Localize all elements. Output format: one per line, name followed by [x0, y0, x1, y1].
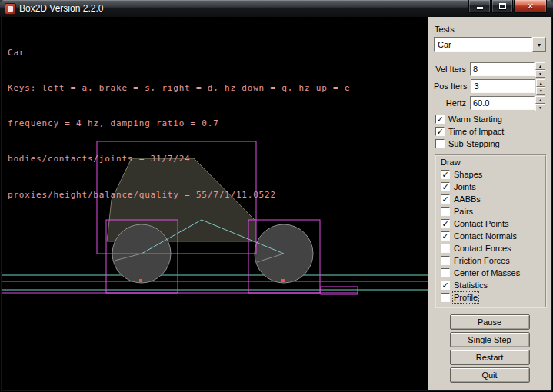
- close-button[interactable]: ✕: [514, 0, 547, 13]
- hertz-spinner: ▲ ▼: [535, 96, 545, 110]
- maximize-icon: [499, 3, 506, 9]
- center-of-masses-label: Center of Masses: [454, 268, 520, 277]
- aabbs-checkbox-box[interactable]: ✓: [441, 194, 450, 204]
- checkbox-pairs[interactable]: Pairs: [441, 205, 545, 218]
- restart-button[interactable]: Restart: [450, 350, 530, 365]
- vel-iters-spinner: ▲ ▼: [535, 62, 545, 76]
- hertz-input[interactable]: [470, 96, 535, 110]
- joints-label: Joints: [454, 182, 476, 191]
- aabbs-label: AABBs: [454, 194, 481, 204]
- checkbox-contact-points[interactable]: ✓ Contact Points: [441, 218, 545, 230]
- pos-iters-down-icon[interactable]: ▼: [536, 87, 545, 95]
- pairs-checkbox-box[interactable]: [441, 207, 450, 216]
- contact-forces-label: Contact Forces: [454, 244, 511, 253]
- checkbox-aabbs[interactable]: ✓ AABBs: [441, 193, 545, 205]
- contact-points-checkbox-box[interactable]: ✓: [441, 219, 450, 228]
- keys-help-line: Keys: left = a, brake = s, right = d, hz…: [8, 82, 350, 94]
- vel-iters-up-icon[interactable]: ▲: [535, 62, 545, 70]
- profile-checkbox-box[interactable]: [441, 293, 450, 302]
- titlebar[interactable]: Box2D Version 2.2.0 ✕: [0, 0, 553, 17]
- spinner-section: Vel Iters ▲ ▼ Pos Iters ▲ ▼ He: [434, 61, 545, 111]
- hertz-down-icon[interactable]: ▼: [535, 104, 545, 111]
- friction-forces-checkbox-box[interactable]: [441, 256, 450, 265]
- chevron-down-icon: ▼: [537, 42, 542, 48]
- frequency-line: frequency = 4 hz, damping ratio = 0.7: [8, 118, 350, 129]
- tests-label: Tests: [435, 25, 545, 34]
- pause-button[interactable]: Pause: [450, 314, 530, 330]
- contact-point: [281, 279, 285, 282]
- vel-iters-input[interactable]: [470, 62, 535, 76]
- time-of-impact-checkbox-box[interactable]: ✓: [435, 127, 445, 136]
- draw-group-title: Draw: [441, 158, 545, 167]
- contact-normals-checkbox-box[interactable]: ✓: [441, 231, 450, 241]
- checkbox-profile[interactable]: Profile: [441, 291, 545, 304]
- maximize-button[interactable]: [491, 0, 513, 13]
- window-title: Box2D Version 2.2.0: [19, 3, 103, 14]
- checkbox-contact-normals[interactable]: ✓ Contact Normals: [441, 230, 545, 242]
- pos-iters-input[interactable]: [471, 79, 535, 93]
- contact-points-label: Contact Points: [454, 219, 509, 228]
- statistics-checkbox-box[interactable]: ✓: [441, 281, 450, 290]
- stats-overlay: Car Keys: left = a, brake = s, right = d…: [8, 23, 350, 224]
- checkbox-contact-forces[interactable]: Contact Forces: [441, 242, 545, 254]
- client-area: Car Keys: left = a, brake = s, right = d…: [2, 17, 551, 390]
- hertz-row: Hertz ▲ ▼: [434, 95, 545, 111]
- tests-dropdown-value: Car: [434, 37, 532, 52]
- contact-normals-label: Contact Normals: [454, 231, 517, 241]
- sub-stepping-checkbox-box[interactable]: [435, 139, 445, 148]
- contact-forces-checkbox-box[interactable]: [441, 244, 450, 253]
- checkbox-statistics[interactable]: ✓ Statistics: [441, 279, 545, 291]
- friction-forces-label: Friction Forces: [454, 256, 510, 265]
- center-of-masses-checkbox-box[interactable]: [441, 268, 450, 277]
- hertz-up-icon[interactable]: ▲: [535, 96, 545, 104]
- app-icon: [5, 4, 15, 14]
- control-panel: Tests Car ▼ Vel Iters ▲ ▼ Pos Iters: [428, 17, 551, 390]
- joints-checkbox-box[interactable]: ✓: [441, 182, 450, 191]
- quit-button[interactable]: Quit: [450, 367, 530, 383]
- pos-iters-up-icon[interactable]: ▲: [536, 79, 545, 87]
- sub-stepping-label: Sub-Stepping: [448, 139, 500, 148]
- single-step-button[interactable]: Single Step: [450, 332, 530, 347]
- pairs-label: Pairs: [454, 207, 473, 216]
- checkbox-time-of-impact[interactable]: ✓ Time of Impact: [435, 125, 545, 138]
- checkbox-warm-starting[interactable]: ✓ Warm Starting: [435, 113, 545, 125]
- checkbox-shapes[interactable]: ✓ Shapes: [441, 168, 545, 181]
- warm-starting-label: Warm Starting: [448, 115, 502, 124]
- hertz-label: Hertz: [446, 98, 466, 108]
- checkbox-friction-forces[interactable]: Friction Forces: [441, 254, 545, 267]
- warm-starting-checkbox-box[interactable]: ✓: [435, 115, 445, 124]
- test-title: Car: [8, 47, 350, 58]
- shapes-label: Shapes: [454, 170, 482, 179]
- window: Box2D Version 2.2.0 ✕: [0, 0, 553, 392]
- contact-point: [139, 279, 142, 282]
- checkbox-joints[interactable]: ✓ Joints: [441, 181, 545, 193]
- pos-iters-label: Pos Iters: [434, 81, 467, 91]
- vel-iters-label: Vel Iters: [435, 65, 466, 74]
- checkbox-center-of-masses[interactable]: Center of Masses: [441, 267, 545, 279]
- bodies-stats-line: bodies/contacts/joints = 31/7/24: [8, 153, 350, 164]
- tests-dropdown-button[interactable]: ▼: [532, 37, 546, 52]
- vel-iters-row: Vel Iters ▲ ▼: [434, 61, 545, 77]
- vel-iters-down-icon[interactable]: ▼: [535, 70, 545, 78]
- statistics-label: Statistics: [454, 281, 488, 290]
- profile-label: Profile: [454, 293, 478, 302]
- pos-iters-spinner: ▲ ▼: [536, 79, 545, 93]
- button-section: Pause Single Step Restart Quit: [434, 314, 545, 383]
- close-icon: ✕: [527, 2, 534, 11]
- minimize-button[interactable]: [468, 0, 491, 13]
- minimize-icon: [477, 7, 483, 9]
- draw-group: Draw ✓ Shapes ✓ Joints ✓ AABBs Pairs: [435, 154, 547, 308]
- pos-iters-row: Pos Iters ▲ ▼: [434, 78, 545, 94]
- simulation-canvas[interactable]: Car Keys: left = a, brake = s, right = d…: [2, 17, 428, 390]
- tests-dropdown[interactable]: Car ▼: [434, 37, 546, 52]
- proxies-stats-line: proxies/height/balance/quality = 55/7/1/…: [8, 189, 350, 201]
- solver-options: ✓ Warm Starting ✓ Time of Impact Sub-Ste…: [434, 113, 545, 150]
- shapes-checkbox-box[interactable]: ✓: [441, 170, 450, 179]
- window-controls: ✕: [468, 0, 547, 13]
- checkbox-sub-stepping[interactable]: Sub-Stepping: [435, 138, 545, 150]
- time-of-impact-label: Time of Impact: [448, 127, 504, 136]
